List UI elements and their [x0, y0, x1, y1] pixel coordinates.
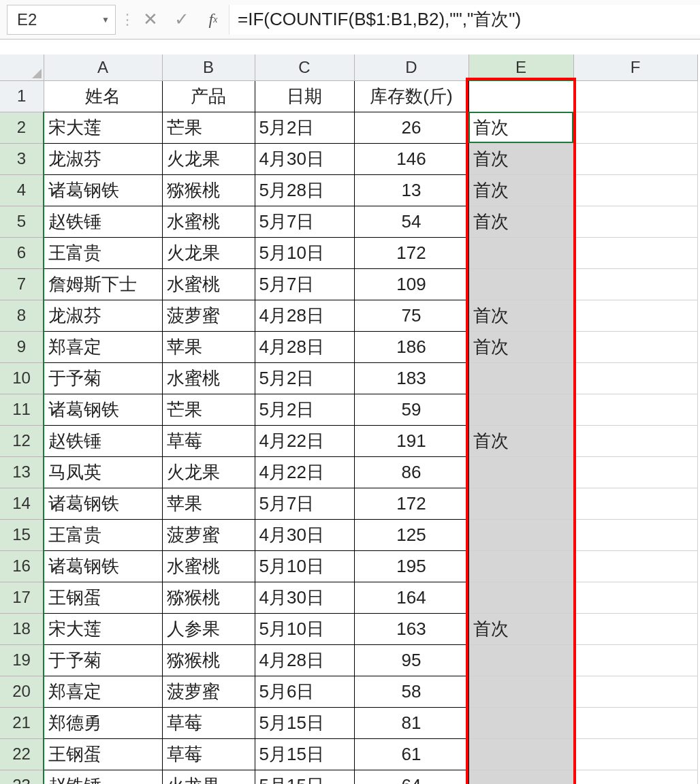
- cell-E11[interactable]: [468, 394, 573, 425]
- row-header-19[interactable]: 19: [0, 644, 44, 676]
- row-header-5[interactable]: 5: [0, 206, 44, 237]
- cell[interactable]: 5月7日: [255, 488, 354, 519]
- cell[interactable]: 125: [354, 519, 468, 550]
- table-header[interactable]: 日期: [255, 80, 354, 112]
- cell[interactable]: 146: [354, 143, 468, 174]
- cell-E2[interactable]: 首次: [468, 112, 573, 143]
- cell-E8[interactable]: 首次: [468, 300, 573, 331]
- cell[interactable]: 龙淑芬: [44, 143, 162, 174]
- cell[interactable]: 5月2日: [255, 362, 354, 394]
- cell[interactable]: 183: [354, 362, 468, 394]
- cell[interactable]: 5月7日: [255, 268, 354, 300]
- cell[interactable]: 水蜜桃: [162, 206, 255, 237]
- cell[interactable]: 5月28日: [255, 174, 354, 206]
- cell[interactable]: 81: [354, 707, 468, 738]
- cell[interactable]: 火龙果: [162, 143, 255, 174]
- cell[interactable]: 26: [354, 112, 468, 143]
- cell-F15[interactable]: [573, 519, 697, 550]
- formula-input[interactable]: =IF(COUNTIF(B$1:B1,B2),"","首次"): [229, 5, 700, 35]
- cell[interactable]: 诸葛钢铁: [44, 174, 162, 206]
- name-box[interactable]: E2 ▼: [7, 5, 116, 35]
- cell[interactable]: 火龙果: [162, 237, 255, 268]
- row-header-8[interactable]: 8: [0, 300, 44, 331]
- table-header[interactable]: 库存数(斤): [354, 80, 468, 112]
- cell-E3[interactable]: 首次: [468, 143, 573, 174]
- cell[interactable]: 赵铁锤: [44, 425, 162, 456]
- cell-F16[interactable]: [573, 550, 697, 582]
- cell[interactable]: 5月15日: [255, 770, 354, 784]
- cell-F1[interactable]: [573, 80, 697, 112]
- col-header-F[interactable]: F: [573, 54, 697, 80]
- row-header-20[interactable]: 20: [0, 676, 44, 707]
- row-header-4[interactable]: 4: [0, 174, 44, 206]
- cell[interactable]: 172: [354, 488, 468, 519]
- cell-F21[interactable]: [573, 707, 697, 738]
- cell[interactable]: 人参果: [162, 613, 255, 644]
- cell[interactable]: 75: [354, 300, 468, 331]
- cell-E1[interactable]: [468, 80, 573, 112]
- cell[interactable]: 马凤英: [44, 456, 162, 488]
- select-all-corner[interactable]: [0, 54, 44, 80]
- cell[interactable]: 詹姆斯下士: [44, 268, 162, 300]
- cell[interactable]: 水蜜桃: [162, 550, 255, 582]
- cell[interactable]: 猕猴桃: [162, 644, 255, 676]
- cell[interactable]: 火龙果: [162, 770, 255, 784]
- cell-F11[interactable]: [573, 394, 697, 425]
- cell-F6[interactable]: [573, 237, 697, 268]
- row-header-15[interactable]: 15: [0, 519, 44, 550]
- cell[interactable]: 于予菊: [44, 362, 162, 394]
- cell-E17[interactable]: [468, 582, 573, 613]
- cell[interactable]: 宋大莲: [44, 613, 162, 644]
- cell-F14[interactable]: [573, 488, 697, 519]
- cell[interactable]: 水蜜桃: [162, 268, 255, 300]
- cell-E4[interactable]: 首次: [468, 174, 573, 206]
- row-header-23[interactable]: 23: [0, 770, 44, 784]
- cell[interactable]: 草莓: [162, 707, 255, 738]
- cell-E18[interactable]: 首次: [468, 613, 573, 644]
- cell[interactable]: 王富贵: [44, 519, 162, 550]
- cell-E16[interactable]: [468, 550, 573, 582]
- cell[interactable]: 186: [354, 331, 468, 362]
- cell[interactable]: 61: [354, 738, 468, 770]
- cell[interactable]: 菠萝蜜: [162, 519, 255, 550]
- row-header-3[interactable]: 3: [0, 143, 44, 174]
- cell[interactable]: 郑德勇: [44, 707, 162, 738]
- cell-E12[interactable]: 首次: [468, 425, 573, 456]
- col-header-D[interactable]: D: [354, 54, 468, 80]
- cell-F22[interactable]: [573, 738, 697, 770]
- row-header-16[interactable]: 16: [0, 550, 44, 582]
- cell[interactable]: 4月30日: [255, 519, 354, 550]
- row-header-17[interactable]: 17: [0, 582, 44, 613]
- row-header-7[interactable]: 7: [0, 268, 44, 300]
- cell-E5[interactable]: 首次: [468, 206, 573, 237]
- cell-F18[interactable]: [573, 613, 697, 644]
- row-header-6[interactable]: 6: [0, 237, 44, 268]
- cell[interactable]: 5月7日: [255, 206, 354, 237]
- cell-F3[interactable]: [573, 143, 697, 174]
- cell[interactable]: 172: [354, 237, 468, 268]
- cell-E23[interactable]: [468, 770, 573, 784]
- cell[interactable]: 郑喜定: [44, 676, 162, 707]
- cell[interactable]: 赵铁锤: [44, 770, 162, 784]
- cell[interactable]: 水蜜桃: [162, 362, 255, 394]
- row-header-14[interactable]: 14: [0, 488, 44, 519]
- row-header-2[interactable]: 2: [0, 112, 44, 143]
- cell[interactable]: 95: [354, 644, 468, 676]
- cell[interactable]: 4月28日: [255, 300, 354, 331]
- cell-E20[interactable]: [468, 676, 573, 707]
- cell[interactable]: 5月15日: [255, 738, 354, 770]
- row-header-13[interactable]: 13: [0, 456, 44, 488]
- cell[interactable]: 草莓: [162, 425, 255, 456]
- cell-E7[interactable]: [468, 268, 573, 300]
- dropdown-icon[interactable]: ▼: [101, 15, 110, 25]
- cell[interactable]: 王钢蛋: [44, 738, 162, 770]
- cell-F7[interactable]: [573, 268, 697, 300]
- cell-F19[interactable]: [573, 644, 697, 676]
- grid[interactable]: ABCDEF1姓名产品日期库存数(斤)2宋大莲芒果5月2日26首次3龙淑芬火龙果…: [0, 54, 698, 784]
- cell[interactable]: 赵铁锤: [44, 206, 162, 237]
- cell-E6[interactable]: [468, 237, 573, 268]
- cell-F10[interactable]: [573, 362, 697, 394]
- cell-E15[interactable]: [468, 519, 573, 550]
- cell[interactable]: 191: [354, 425, 468, 456]
- cell-F17[interactable]: [573, 582, 697, 613]
